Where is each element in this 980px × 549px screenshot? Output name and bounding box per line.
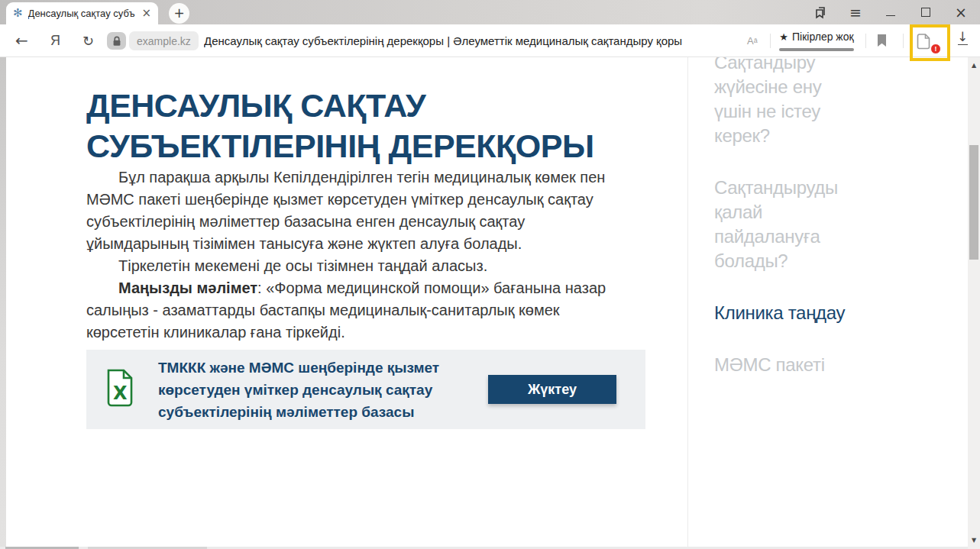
tab-bar: ✻ Денсаулық сақтау субъ × + ≡ × <box>0 0 980 24</box>
downloads-button[interactable]: ↓ <box>957 31 968 45</box>
maximize-button[interactable] <box>908 0 943 24</box>
reviews-label: Пікірлер жоқ <box>792 31 854 43</box>
download-button[interactable]: Жүктеу <box>488 375 616 404</box>
vertical-scrollbar-thumb[interactable] <box>969 145 978 260</box>
secondary-paragraph: Тіркелетін мекемені де осы тізімнен таңд… <box>86 255 621 277</box>
intro-paragraph: Бұл парақша арқылы Кепілдендірілген тегі… <box>86 166 621 255</box>
sidebar-item-join-insurance[interactable]: Сақтандыру жүйесіне ену үшін не істеу ке… <box>714 57 853 148</box>
important-note-label: Маңызды мәлімет <box>118 279 257 296</box>
sidebar-item-choose-clinic[interactable]: Клиника таңдау <box>714 301 853 325</box>
vertical-scrollbar[interactable]: ▲ ▼ <box>968 57 980 549</box>
tab-close-icon[interactable]: × <box>141 8 151 19</box>
tab-panel-button[interactable] <box>803 0 838 24</box>
page-info-button[interactable]: ! <box>917 32 938 52</box>
download-icon: ↓ <box>957 31 968 44</box>
minimize-icon <box>886 15 895 16</box>
sidebar-item-use-insurance[interactable]: Сақтандыруды қалай пайдалануға болады? <box>714 176 853 273</box>
important-note: Маңызды мәлімет: «Форма медицинской помо… <box>86 277 621 344</box>
hamburger-menu-icon: ≡ <box>849 5 862 20</box>
minimize-button[interactable] <box>873 0 908 24</box>
ssl-lock-button[interactable] <box>107 32 126 50</box>
main-article: ДЕНСАУЛЫҚ САҚТАУ СУБЪЕКТІЛЕРІНІҢ ДЕРЕКҚО… <box>86 86 648 429</box>
close-icon: × <box>955 5 967 20</box>
document-icon <box>917 32 932 50</box>
new-tab-button[interactable]: + <box>169 3 189 24</box>
scroll-down-icon[interactable]: ▼ <box>968 537 980 544</box>
left-edge-strip <box>0 57 6 549</box>
download-file-label: ТМККК және МӘМС шеңберінде қызмет көрсет… <box>158 357 464 423</box>
column-divider <box>687 57 688 547</box>
page-heading: ДЕНСАУЛЫҚ САҚТАУ СУБЪЕКТІЛЕРІНІҢ ДЕРЕКҚО… <box>86 86 621 166</box>
browser-tab[interactable]: ✻ Денсаулық сақтау субъ × <box>6 2 158 24</box>
reviews-underline <box>779 48 854 51</box>
excel-file-icon: X <box>103 369 135 410</box>
browser-toolbar: ← Я ↻ example.kz Денсаулық сақтау субъек… <box>0 24 980 57</box>
window-controls: ≡ × <box>803 0 978 24</box>
bookmark-button[interactable] <box>877 34 887 50</box>
tab-title: Денсаулық сақтау субъ <box>28 8 139 19</box>
close-window-button[interactable]: × <box>943 0 978 24</box>
star-icon: ★ <box>779 31 788 43</box>
yandex-home-button[interactable]: Я <box>50 24 60 57</box>
toolbar-divider <box>865 34 866 48</box>
translate-icon: A <box>747 35 754 47</box>
tab-panel-icon <box>814 6 827 19</box>
translate-button[interactable]: Aā <box>747 24 758 57</box>
address-bar-title[interactable]: Денсаулық сақтау субъектілерінің дерекқо… <box>204 24 682 57</box>
browser-menu-button[interactable]: ≡ <box>838 0 873 24</box>
toolbar-divider <box>770 34 771 48</box>
maximize-icon <box>921 8 930 17</box>
download-card: X ТМККК және МӘМС шеңберінде қызмет көрс… <box>86 350 645 429</box>
bookmark-flag-icon <box>877 34 887 47</box>
alert-badge: ! <box>930 44 941 54</box>
url-domain[interactable]: example.kz <box>129 31 199 50</box>
lock-icon <box>112 36 121 47</box>
scroll-up-icon[interactable]: ▲ <box>968 62 980 69</box>
sidebar-item-mams-package[interactable]: МӘМС пакеті <box>714 353 853 377</box>
page-viewport: ДЕНСАУЛЫҚ САҚТАУ СУБЪЕКТІЛЕРІНІҢ ДЕРЕКҚО… <box>0 57 980 549</box>
svg-text:X: X <box>113 383 128 404</box>
back-button[interactable]: ← <box>15 24 28 57</box>
site-reviews-button[interactable]: ★Пікірлер жоқ <box>779 30 854 51</box>
site-favicon-icon: ✻ <box>13 8 23 19</box>
sidebar-nav: Сақтандыру жүйесіне ену үшін не істеу ке… <box>714 57 853 405</box>
refresh-button[interactable]: ↻ <box>82 24 94 57</box>
toolbar-divider <box>903 34 904 48</box>
